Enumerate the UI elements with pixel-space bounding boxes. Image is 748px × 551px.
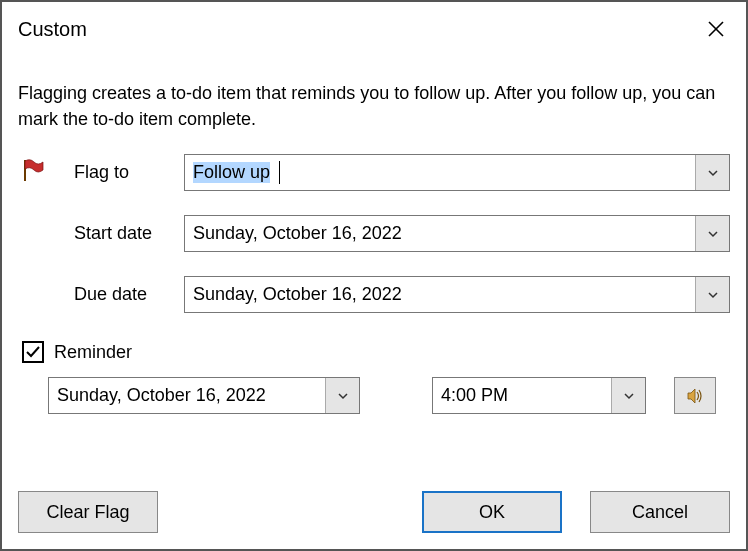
- reminder-date-dropdown-button[interactable]: [325, 378, 359, 413]
- due-date-label: Due date: [74, 284, 184, 305]
- start-date-value[interactable]: Sunday, October 16, 2022: [185, 216, 695, 251]
- reminder-row: Reminder: [18, 341, 730, 363]
- dialog-title: Custom: [18, 18, 87, 41]
- chevron-down-icon: [623, 390, 635, 402]
- close-button[interactable]: [696, 11, 736, 47]
- ok-button[interactable]: OK: [422, 491, 562, 533]
- chevron-down-icon: [707, 289, 719, 301]
- check-icon: [25, 344, 41, 360]
- chevron-down-icon: [337, 390, 349, 402]
- flag-icon: [20, 157, 46, 188]
- reminder-time-combo[interactable]: 4:00 PM: [432, 377, 646, 414]
- titlebar: Custom: [2, 2, 746, 50]
- clear-flag-button[interactable]: Clear Flag: [18, 491, 158, 533]
- dialog-body: Flagging creates a to-do item that remin…: [2, 50, 746, 414]
- due-date-dropdown-button[interactable]: [695, 277, 729, 312]
- flag-to-row: Flag to Follow up: [18, 154, 730, 191]
- flag-to-label: Flag to: [74, 162, 184, 183]
- start-date-row: Start date Sunday, October 16, 2022: [18, 215, 730, 252]
- reminder-sound-button[interactable]: [674, 377, 716, 414]
- chevron-down-icon: [707, 167, 719, 179]
- due-date-value[interactable]: Sunday, October 16, 2022: [185, 277, 695, 312]
- chevron-down-icon: [707, 228, 719, 240]
- start-date-dropdown-button[interactable]: [695, 216, 729, 251]
- cancel-button[interactable]: Cancel: [590, 491, 730, 533]
- button-row: Clear Flag OK Cancel: [18, 491, 730, 533]
- reminder-checkbox[interactable]: [22, 341, 44, 363]
- description-text: Flagging creates a to-do item that remin…: [18, 80, 730, 132]
- reminder-time-value[interactable]: 4:00 PM: [433, 378, 611, 413]
- close-icon: [707, 20, 725, 38]
- start-date-label: Start date: [74, 223, 184, 244]
- flag-to-value[interactable]: Follow up: [185, 155, 695, 190]
- due-date-combo[interactable]: Sunday, October 16, 2022: [184, 276, 730, 313]
- reminder-controls: Sunday, October 16, 2022 4:00 PM: [18, 377, 730, 414]
- custom-flag-dialog: Custom Flagging creates a to-do item tha…: [0, 0, 748, 551]
- speaker-icon: [685, 386, 705, 406]
- start-date-combo[interactable]: Sunday, October 16, 2022: [184, 215, 730, 252]
- reminder-label: Reminder: [54, 342, 132, 363]
- due-date-row: Due date Sunday, October 16, 2022: [18, 276, 730, 313]
- flag-to-dropdown-button[interactable]: [695, 155, 729, 190]
- reminder-time-dropdown-button[interactable]: [611, 378, 645, 413]
- flag-to-combo[interactable]: Follow up: [184, 154, 730, 191]
- reminder-date-combo[interactable]: Sunday, October 16, 2022: [48, 377, 360, 414]
- reminder-date-value[interactable]: Sunday, October 16, 2022: [49, 378, 325, 413]
